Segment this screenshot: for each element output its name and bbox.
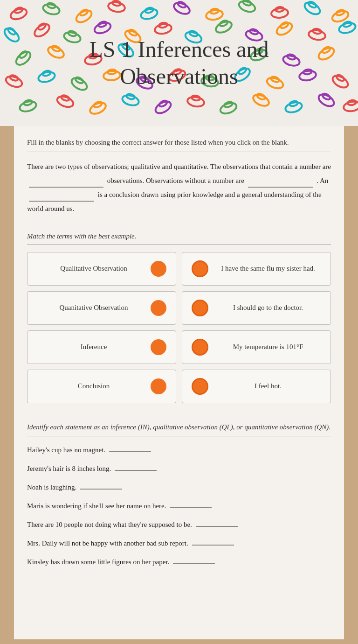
blank-1[interactable] <box>29 178 103 188</box>
svg-point-11 <box>177 1 187 9</box>
identify-blank-3[interactable] <box>80 481 122 490</box>
match-right-label-1: I have the same flu my sister had. <box>215 265 321 273</box>
identify-blank-1[interactable] <box>109 444 151 452</box>
identify-item-3: Noah is laughing. <box>27 481 331 491</box>
identify-blank-6[interactable] <box>192 537 234 546</box>
match-right-label-2: I should go to the doctor. <box>215 304 321 312</box>
svg-point-19 <box>308 0 317 9</box>
svg-point-9 <box>145 7 154 14</box>
match-left-label-2: Quanitative Observation <box>37 304 151 312</box>
match-left-label-4: Conclusion <box>37 382 151 390</box>
match-right-label-4: I feel hot. <box>215 382 321 390</box>
match-dot-left-3 <box>151 339 166 355</box>
match-left-label-3: Inference <box>37 343 151 351</box>
match-dot-left-2 <box>151 300 166 316</box>
match-right-3[interactable]: My temperature is 101°F <box>182 330 331 364</box>
identify-blank-2[interactable] <box>115 462 157 471</box>
match-dot-left-1 <box>151 261 166 277</box>
identify-text-6: Mrs. Daily will not be happy with anothe… <box>27 539 188 547</box>
identify-text-3: Noah is laughing. <box>27 483 76 491</box>
identify-item-5: There are 10 people not doing what they'… <box>27 518 331 529</box>
svg-point-99 <box>289 100 298 107</box>
page-title: LS 1 Inferences and Observations <box>0 27 358 99</box>
identify-item-4: Maris is wondering if she'll see her nam… <box>27 500 331 510</box>
svg-point-12 <box>206 9 224 21</box>
divider1 <box>27 152 331 152</box>
svg-point-7 <box>112 0 121 7</box>
identify-text-2: Jeremy's hair is 8 inches long. <box>27 465 111 473</box>
svg-point-13 <box>210 8 219 14</box>
svg-point-0 <box>9 7 28 21</box>
svg-point-2 <box>42 3 61 16</box>
fill-blank-paragraph: There are two types of observations; qua… <box>27 160 331 216</box>
identify-text-7: Kinsley has drawn some little figures on… <box>27 558 169 566</box>
match-right-2[interactable]: I should go to the doctor. <box>182 291 331 325</box>
identify-item-7: Kinsley has drawn some little figures on… <box>27 556 331 566</box>
paragraph-part1: There are two types of observations; qua… <box>27 163 331 170</box>
identify-list: Hailey's cup has no magnet. Jeremy's hai… <box>27 444 331 566</box>
paragraph-part3: . An <box>317 177 328 184</box>
divider3 <box>27 436 331 436</box>
match-left-3[interactable]: Inference <box>27 330 176 364</box>
svg-point-37 <box>219 20 229 28</box>
identify-text-1: Hailey's cup has no magnet. <box>27 446 105 454</box>
match-dot-right-3 <box>192 339 208 356</box>
main-content: Fill in the blanks by choosing the corre… <box>14 126 344 639</box>
match-left-label-1: Qualitative Observation <box>37 265 151 273</box>
section2-instruction: Match the terms with the best example. <box>27 232 331 240</box>
svg-point-14 <box>238 0 257 14</box>
match-right-4[interactable]: I feel hot. <box>182 370 331 403</box>
svg-point-103 <box>347 100 356 106</box>
svg-point-87 <box>93 101 103 109</box>
match-dot-left-4 <box>151 378 166 394</box>
match-left-1[interactable]: Qualitative Observation <box>27 252 176 286</box>
identify-blank-4[interactable] <box>170 500 212 508</box>
paragraph-part2: observations. Observations without a num… <box>107 177 244 184</box>
identify-text-5: There are 10 people not doing what they'… <box>27 521 192 529</box>
blank-2[interactable] <box>248 178 313 188</box>
match-right-1[interactable]: I have the same flu my sister had. <box>182 252 331 286</box>
match-grid: Qualitative Observation I have the same … <box>27 252 331 403</box>
svg-point-5 <box>79 8 89 17</box>
svg-point-95 <box>224 101 233 108</box>
match-dot-right-4 <box>192 378 208 395</box>
svg-point-8 <box>140 7 158 21</box>
identify-item-2: Jeremy's hair is 8 inches long. <box>27 462 331 473</box>
svg-point-16 <box>271 7 289 18</box>
svg-point-83 <box>23 99 33 106</box>
svg-point-3 <box>47 2 56 9</box>
svg-point-91 <box>158 99 168 108</box>
svg-point-21 <box>336 9 345 16</box>
svg-point-82 <box>19 100 37 113</box>
header: LS 1 Inferences and Observations <box>0 0 358 126</box>
match-right-label-3: My temperature is 101°F <box>215 343 321 351</box>
svg-point-15 <box>242 0 252 7</box>
match-left-4[interactable]: Conclusion <box>27 370 176 403</box>
svg-point-94 <box>219 101 238 115</box>
svg-point-6 <box>108 1 126 13</box>
svg-point-98 <box>284 101 303 114</box>
match-left-2[interactable]: Quanitative Observation <box>27 291 176 325</box>
identify-item-6: Mrs. Daily will not be happy with anothe… <box>27 537 331 547</box>
divider2 <box>27 244 331 245</box>
identify-blank-7[interactable] <box>173 556 215 564</box>
identify-text-4: Maris is wondering if she'll see her nam… <box>27 502 166 510</box>
blank-3[interactable] <box>29 192 94 202</box>
match-dot-right-2 <box>192 300 208 316</box>
identify-blank-5[interactable] <box>196 518 238 527</box>
section3-instruction: Identify each statement as an inference … <box>27 422 331 433</box>
svg-point-1 <box>14 7 23 14</box>
identify-item-1: Hailey's cup has no magnet. <box>27 444 331 454</box>
match-dot-right-1 <box>192 260 208 277</box>
section1-instruction: Fill in the blanks by choosing the corre… <box>27 137 331 148</box>
